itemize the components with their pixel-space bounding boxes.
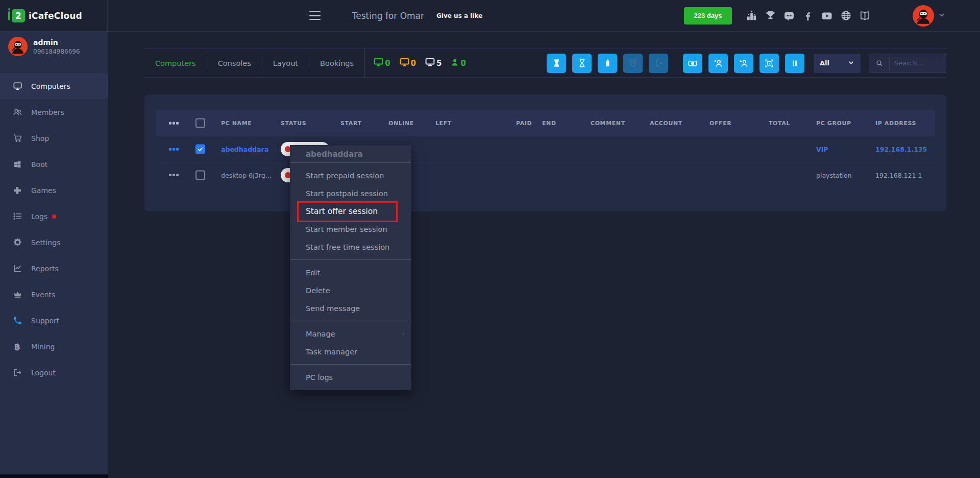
- youtube-icon[interactable]: [821, 10, 833, 22]
- sidebar-item-events[interactable]: Events: [0, 281, 108, 307]
- sidebar-item-label: Members: [31, 108, 64, 116]
- menu-item-send-message[interactable]: Send message: [290, 299, 411, 317]
- add-guest-session-button[interactable]: [734, 54, 753, 73]
- search-box: [869, 54, 946, 73]
- monitor-icon: [373, 57, 384, 69]
- pc-group-value[interactable]: VIP: [816, 146, 828, 153]
- sidebar-item-logs[interactable]: Logs: [0, 203, 108, 229]
- screenshot-button[interactable]: [760, 54, 779, 73]
- row-checkbox[interactable]: [195, 170, 205, 180]
- user-avatar[interactable]: [913, 5, 934, 27]
- menu-item-delete[interactable]: Delete: [290, 281, 411, 299]
- sidebar-item-games[interactable]: Games: [0, 177, 108, 203]
- chevron-down-icon[interactable]: [938, 11, 945, 20]
- battery-button[interactable]: [598, 54, 617, 73]
- menu-item-pc-logs[interactable]: PC logs: [290, 368, 411, 386]
- column-header[interactable]: IP ADDRESS: [875, 120, 916, 127]
- logs-alert-badge: [52, 214, 56, 219]
- menu-item-start-free-time-session[interactable]: Start free time session: [290, 238, 411, 256]
- select-all-checkbox[interactable]: [195, 118, 205, 128]
- sidebar-item-reports[interactable]: Reports: [0, 255, 108, 281]
- menu-item-start-postpaid-session[interactable]: Start postpaid session: [290, 184, 411, 202]
- sidebar-item-support[interactable]: Support: [0, 307, 108, 333]
- sidebar-footer-strip: [0, 474, 108, 478]
- menu-item-task-manager[interactable]: Task manager: [290, 343, 411, 361]
- ip-address-value[interactable]: 192.168.121.1: [875, 171, 922, 179]
- counter-value: 0: [385, 59, 390, 68]
- money-button[interactable]: [683, 54, 702, 73]
- discord-icon[interactable]: [783, 10, 795, 22]
- pause-button[interactable]: [785, 54, 804, 73]
- menu-item-start-offer-session[interactable]: Start offer session: [290, 202, 411, 220]
- column-header[interactable]: PAID: [516, 120, 532, 127]
- menu-item-start-prepaid-session[interactable]: Start prepaid session: [290, 166, 411, 184]
- column-header[interactable]: END: [542, 120, 556, 127]
- sidebar-item-boot[interactable]: Boot: [0, 151, 108, 177]
- table-row[interactable]: desktop-6j3rg… playstation 192.168.121.1: [156, 162, 935, 187]
- tab-layout[interactable]: Layout: [262, 59, 309, 67]
- counter-value: 0: [460, 59, 465, 68]
- sidebar-item-members[interactable]: Members: [0, 99, 108, 125]
- tab-consoles[interactable]: Consoles: [207, 59, 262, 67]
- sidebar-item-logout[interactable]: Logout: [0, 360, 108, 386]
- logout-icon: [12, 368, 22, 378]
- column-header[interactable]: TOTAL: [769, 120, 790, 127]
- column-header[interactable]: STATUS: [281, 120, 306, 127]
- hourglass-filled-button[interactable]: [547, 54, 566, 73]
- pc-group-value[interactable]: playstation: [816, 171, 851, 179]
- menu-item-edit[interactable]: Edit: [290, 264, 411, 281]
- column-header[interactable]: START: [340, 120, 362, 127]
- brand-logo-icon: [8, 11, 10, 20]
- column-header[interactable]: ACCOUNT: [650, 120, 682, 127]
- bitcoin-icon: ฿: [12, 342, 22, 352]
- facebook-icon[interactable]: [802, 10, 814, 22]
- column-header[interactable]: OFFER: [709, 120, 731, 127]
- sidebar-profile[interactable]: admin 096184986696: [8, 37, 80, 56]
- pc-name-link[interactable]: abedhaddara: [221, 146, 268, 153]
- group-filter-select[interactable]: All: [814, 54, 861, 73]
- crown-icon: [12, 290, 22, 300]
- column-header[interactable]: PC NAME: [221, 120, 252, 127]
- days-remaining-button[interactable]: 223 days: [684, 7, 732, 25]
- sidebar-item-mining[interactable]: ฿ Mining: [0, 333, 108, 360]
- menu-item-manage[interactable]: Manage›: [290, 325, 411, 343]
- column-header[interactable]: COMMENT: [591, 120, 625, 127]
- sidebar-item-label: Games: [31, 186, 56, 195]
- pc-name-link[interactable]: desktop-6j3rg…: [221, 171, 272, 179]
- sidebar-item-label: Logs: [31, 212, 47, 221]
- gamepad-icon: [12, 185, 22, 196]
- chevron-down-icon: [848, 59, 854, 67]
- tab-bookings[interactable]: Bookings: [309, 59, 364, 67]
- trophy-icon[interactable]: [764, 10, 776, 22]
- ip-address-value[interactable]: 192.168.1.135: [875, 146, 927, 153]
- column-header[interactable]: LEFT: [435, 120, 452, 127]
- exit-session-button: [649, 54, 668, 73]
- gear-icon: [12, 237, 22, 248]
- row-actions-icon[interactable]: [169, 174, 179, 176]
- hourglass-outline-button[interactable]: [572, 54, 592, 73]
- column-header[interactable]: ONLINE: [388, 120, 414, 127]
- sidebar-item-shop[interactable]: Shop: [0, 125, 108, 151]
- row-checkbox[interactable]: [195, 145, 205, 154]
- give-us-a-like-link[interactable]: Give us a like: [436, 12, 482, 19]
- guide-book-icon[interactable]: [859, 10, 871, 22]
- globe-icon[interactable]: [840, 10, 852, 22]
- ranking-icon[interactable]: [745, 10, 757, 22]
- session-menu-group: Start prepaid session Start postpaid ses…: [290, 163, 411, 259]
- menu-item-start-member-session[interactable]: Start member session: [290, 220, 411, 238]
- list-icon: [12, 211, 22, 222]
- sidebar-item-computers[interactable]: Computers: [0, 73, 108, 99]
- row-actions-icon[interactable]: [169, 122, 179, 125]
- sidebar-item-settings[interactable]: Settings: [0, 229, 108, 255]
- tab-computers[interactable]: Computers: [144, 59, 207, 67]
- context-menu-title: abedhaddara: [290, 146, 411, 162]
- search-input[interactable]: [890, 59, 946, 67]
- column-header[interactable]: PC GROUP: [816, 120, 851, 127]
- row-actions-icon[interactable]: [169, 148, 179, 151]
- counter-online: 0: [373, 57, 390, 69]
- sidebar-item-label: Logout: [31, 369, 56, 377]
- table-row[interactable]: abedhaddara VIP 192.168.1.135: [156, 136, 935, 162]
- start-member-session-button[interactable]: [708, 54, 728, 73]
- hamburger-menu-icon[interactable]: [309, 11, 321, 20]
- sidebar-item-label: Shop: [31, 134, 49, 142]
